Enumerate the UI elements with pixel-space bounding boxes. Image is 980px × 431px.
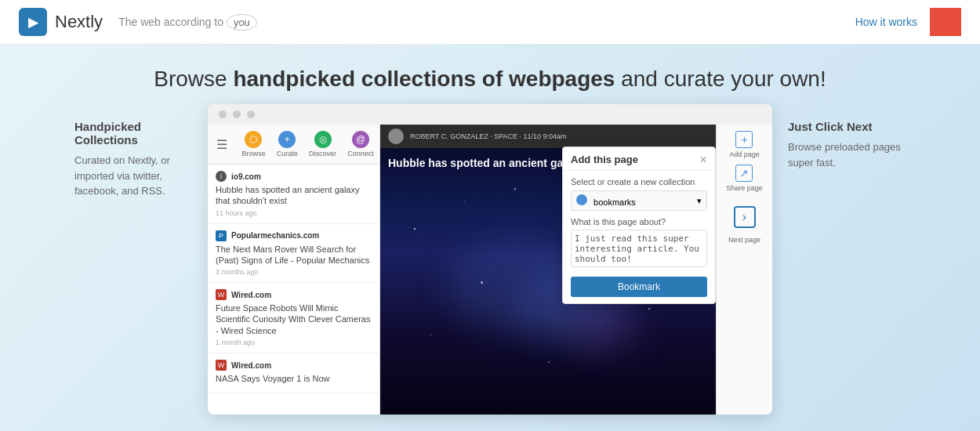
favicon-icon: i [216,171,227,182]
hamburger-icon[interactable]: ☰ [213,131,230,158]
bookmark-button[interactable]: Bookmark [571,277,707,297]
browser-content: ☰ ⬡ Browse + Curate ◎ Discover @ [208,125,772,415]
browser-dot-1 [219,110,227,118]
article-meta: ROBERT C. GONZALEZ · SPACE · 11/10 9:04a… [410,132,567,140]
left-panel: Handpicked Collections Curated on Nextly… [74,104,208,199]
news-title: Future Space Robots Will Mimic Scientifi… [216,302,372,336]
header-cta-button[interactable] [930,8,961,36]
news-source: Wired.com [231,291,271,299]
popup-body: Select or create a new collection bookma… [563,171,715,303]
popup-textarea-label: What is this page about? [571,217,707,226]
nextly-nav: ☰ ⬡ Browse + Curate ◎ Discover @ [208,125,379,165]
next-page-label: Next page [728,236,760,244]
logo-icon: ▶ [19,8,47,36]
news-item[interactable]: P Popularmechanics.com The Next Mars Rov… [208,224,379,284]
tagline: The web according to you [118,14,257,31]
popup-collection-select[interactable]: bookmarks ▾ [571,190,707,211]
right-panel: Just Click Next Browse preloaded pages s… [772,104,906,170]
popup-textarea[interactable] [571,230,707,267]
header: ▶ Nextly The web according to you How it… [0,0,980,45]
browser-dot-2 [233,110,241,118]
share-page-label: Share page [726,184,763,192]
news-item[interactable]: W Wired.com Future Space Robots Will Mim… [208,283,379,353]
nextly-left-panel: ☰ ⬡ Browse + Curate ◎ Discover @ [208,125,380,415]
news-list: i io9.com Hubble has spotted an ancient … [208,165,379,415]
news-title: The Next Mars Rover Will Search for (Pas… [216,244,372,266]
right-panel-description: Browse preloaded pages super fast. [788,139,906,170]
browser-dot-3 [247,110,255,118]
image-area: ROBERT C. GONZALEZ · SPACE · 11/10 9:04a… [380,125,716,415]
popup-close-button[interactable]: ✕ [699,154,707,165]
nav-item-browse[interactable]: ⬡ Browse [241,131,265,158]
favicon-icon: W [216,360,227,371]
add-page-action[interactable]: + Add page [729,131,760,158]
left-panel-description: Curated on Nextly, or imported via twitt… [74,153,200,199]
news-source: Wired.com [231,361,271,370]
news-item[interactable]: W Wired.com NASA Says Voyager 1 is Now [208,353,379,393]
main-content: Handpicked Collections Curated on Nextly… [0,104,980,415]
add-page-popup: Add this page ✕ Select or create a new c… [562,147,716,304]
next-page-button[interactable]: › [734,206,756,228]
curate-icon: + [278,131,296,148]
nav-item-discover[interactable]: ◎ Discover [309,131,336,158]
news-item[interactable]: i io9.com Hubble has spotted an ancient … [208,165,379,224]
popup-select-value: bookmarks [593,197,636,207]
how-it-works-link[interactable]: How it works [855,16,917,28]
browser-bar [208,104,772,125]
popup-header: Add this page ✕ [563,147,715,171]
browser-mockup: ☰ ⬡ Browse + Curate ◎ Discover @ [208,104,772,415]
article-header: ROBERT C. GONZALEZ · SPACE · 11/10 9:04a… [380,125,716,148]
news-source: io9.com [231,172,261,181]
hero-section: Browse handpicked collections of webpage… [0,45,980,104]
news-title: Hubble has spotted an ancient galaxy tha… [216,184,372,207]
hero-title: Browse handpicked collections of webpage… [16,67,964,92]
add-page-label: Add page [729,150,760,158]
news-time: 1 month ago [216,339,372,346]
favicon-icon: P [216,230,227,241]
discover-icon: ◎ [314,131,332,148]
header-left: ▶ Nextly The web according to you [19,8,257,36]
browse-icon: ⬡ [245,131,262,148]
news-source: Popularmechanics.com [231,231,319,240]
logo-text: Nextly [55,12,103,32]
share-page-action[interactable]: ↗ Share page [726,165,763,192]
news-time: 11 hours ago [216,209,372,217]
popup-title: Add this page [571,154,638,165]
you-badge: you [227,14,257,31]
left-panel-heading: Handpicked Collections [74,120,200,147]
popup-collection-label: Select or create a new collection [571,177,707,187]
add-page-icon: + [735,131,753,148]
right-panel-heading: Just Click Next [788,120,906,133]
share-page-icon: ↗ [735,165,753,182]
news-time: 3 months ago [216,268,372,276]
author-avatar [388,129,404,144]
right-sidebar: + Add page ↗ Share page › Next page [716,125,772,415]
news-title: NASA Says Voyager 1 is Now [216,373,372,384]
header-right: How it works [855,8,961,36]
favicon-icon: W [216,289,227,300]
chevron-down-icon: ▾ [697,196,702,206]
connect-icon: @ [352,131,369,148]
nav-item-connect[interactable]: @ Connect [347,131,374,158]
nav-item-curate[interactable]: + Curate [277,131,298,158]
